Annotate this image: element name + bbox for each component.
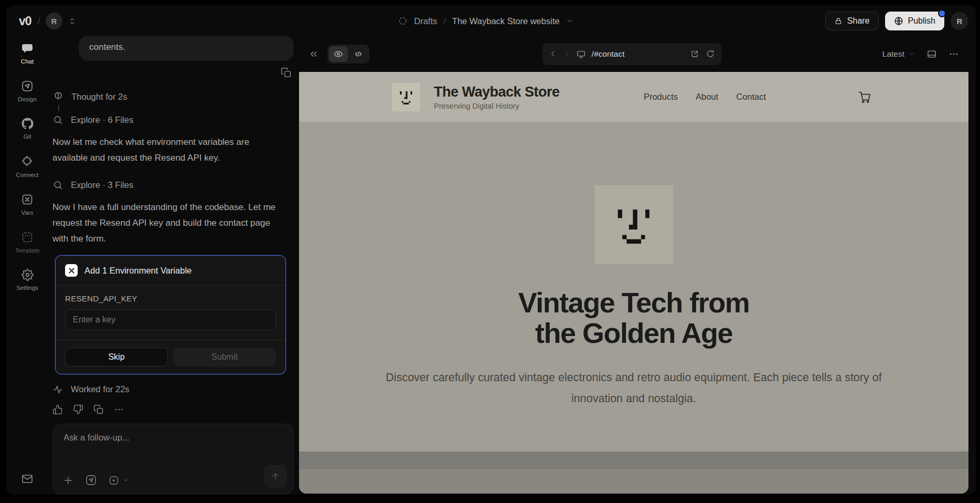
- rail-label: Connect: [16, 172, 39, 178]
- version-selector[interactable]: Latest: [882, 49, 915, 59]
- hero-logo: [594, 185, 673, 264]
- eye-icon: [334, 49, 343, 59]
- thumbs-up-icon[interactable]: [52, 404, 63, 415]
- chat-bubble-icon: [21, 42, 34, 55]
- preview-eye-tab[interactable]: [329, 46, 348, 62]
- thought-step[interactable]: Thought for 2s: [52, 90, 294, 103]
- assistant-paragraph: Now I have a full understanding of the c…: [52, 200, 286, 247]
- user-message-text: contents.: [89, 42, 125, 52]
- workspace-avatar[interactable]: R: [46, 13, 62, 29]
- preview-panel: /#contact Latest: [299, 36, 968, 494]
- chevron-down-icon[interactable]: [566, 17, 574, 25]
- rail-label: Design: [18, 96, 37, 102]
- topbar-slash: /: [38, 15, 40, 27]
- device-monitor-icon[interactable]: [577, 49, 586, 59]
- chevron-down-icon: [122, 477, 129, 484]
- attach-plus-icon[interactable]: [62, 475, 74, 486]
- feedback-mail-button[interactable]: [6, 473, 48, 485]
- submit-button[interactable]: Submit: [173, 348, 276, 366]
- assistant-paragraph: Now let me check what environment variab…: [52, 134, 286, 166]
- topbar: v0 / R Drafts / The Wayback Store websit…: [6, 5, 976, 37]
- topbar-actions: Share Publish R: [825, 12, 968, 30]
- model-selector[interactable]: [108, 475, 129, 486]
- code-tab[interactable]: [349, 46, 368, 62]
- env-dialog-footer: Skip Submit: [56, 340, 285, 374]
- publish-button[interactable]: Publish: [885, 12, 944, 30]
- worked-step[interactable]: Worked for 22s: [52, 383, 294, 395]
- rail-item-template[interactable]: Template: [6, 231, 48, 254]
- globe-icon: [894, 16, 903, 26]
- explore-step-2[interactable]: Explore · 3 Files: [52, 179, 294, 191]
- env-dialog-header: Add 1 Environment Variable: [56, 256, 285, 285]
- pixel-face-icon: [606, 197, 661, 252]
- layout-panel-icon[interactable]: [926, 49, 937, 59]
- user-avatar[interactable]: R: [951, 12, 968, 30]
- copy-icon[interactable]: [93, 404, 104, 415]
- code-icon: [354, 49, 363, 59]
- hero-paragraph: Discover carefully curated vintage elect…: [382, 367, 886, 409]
- composer: [52, 424, 294, 494]
- skip-button[interactable]: Skip: [65, 348, 168, 366]
- workspace-switcher-icon[interactable]: [68, 17, 77, 26]
- env-variable-dialog: Add 1 Environment Variable RESEND_API_KE…: [55, 255, 286, 374]
- breadcrumb-project[interactable]: The Wayback Store website: [452, 16, 560, 26]
- site-footer: [299, 452, 968, 494]
- breadcrumb-separator: /: [443, 16, 446, 26]
- open-external-icon[interactable]: [690, 49, 699, 58]
- hero-section: Vintage Tech from the Golden Age Discove…: [299, 185, 968, 409]
- forward-icon[interactable]: [563, 50, 571, 58]
- site-tagline: Preserving Digital History: [434, 102, 560, 110]
- site-name[interactable]: The Wayback Store: [434, 84, 560, 100]
- brain-icon: [52, 91, 64, 102]
- hero-title-line1: Vintage Tech from: [518, 287, 750, 318]
- publish-notification-dot: [938, 9, 946, 17]
- followup-input[interactable]: [62, 432, 284, 460]
- more-options-icon[interactable]: [114, 404, 124, 415]
- nav-about[interactable]: About: [696, 92, 718, 102]
- worked-label: Worked for 22s: [71, 384, 130, 394]
- back-icon[interactable]: [549, 50, 557, 58]
- rail-label: Template: [15, 247, 40, 254]
- more-options-icon[interactable]: [949, 49, 959, 59]
- breadcrumb: Drafts / The Wayback Store website: [398, 16, 573, 26]
- design-icon: [21, 80, 34, 92]
- rail-item-vars[interactable]: Vars: [6, 193, 48, 216]
- send-button[interactable]: [264, 465, 286, 487]
- thumbs-down-icon[interactable]: [73, 404, 83, 415]
- rail-label: Chat: [21, 58, 34, 65]
- copy-icon[interactable]: [281, 67, 292, 80]
- refresh-icon[interactable]: [706, 49, 715, 58]
- nav-contact[interactable]: Contact: [736, 92, 766, 102]
- github-icon: [22, 118, 34, 130]
- rail-item-connect[interactable]: Connect: [6, 155, 48, 178]
- nav-products[interactable]: Products: [644, 92, 678, 102]
- step-connector: [58, 105, 59, 111]
- rail-item-git[interactable]: Git: [6, 118, 48, 140]
- rail-item-design[interactable]: Design: [6, 80, 48, 102]
- url-path[interactable]: /#contact: [592, 49, 625, 59]
- site-logo[interactable]: [392, 83, 420, 111]
- design-mode-icon[interactable]: [85, 474, 97, 486]
- preview-toolbar: /#contact Latest: [299, 36, 968, 72]
- hero-title-line2: the Golden Age: [535, 317, 732, 349]
- site-header: The Wayback Store Preserving Digital His…: [299, 72, 968, 122]
- rail-item-settings[interactable]: Settings: [6, 269, 48, 291]
- view-mode-switch: [327, 45, 369, 64]
- rail-item-chat[interactable]: Chat: [6, 42, 48, 65]
- arrow-up-icon: [270, 471, 281, 481]
- env-key-input[interactable]: [65, 309, 276, 330]
- user-message-bubble: contents.: [79, 36, 294, 61]
- share-button[interactable]: Share: [825, 12, 879, 30]
- site-title-block: The Wayback Store Preserving Digital His…: [434, 84, 560, 110]
- dashed-box-icon: [21, 231, 34, 244]
- footer-band-dark: [299, 452, 968, 469]
- env-dialog-title: Add 1 Environment Variable: [84, 266, 191, 276]
- cart-icon[interactable]: [858, 90, 871, 104]
- breadcrumb-drafts[interactable]: Drafts: [414, 16, 437, 26]
- pixel-face-icon: [396, 87, 417, 108]
- collapse-panel-icon[interactable]: [308, 49, 319, 59]
- share-label: Share: [847, 16, 870, 26]
- explore-step-1[interactable]: Explore · 6 Files: [52, 113, 294, 126]
- mail-icon: [21, 473, 34, 485]
- v0-logo[interactable]: v0: [19, 14, 31, 28]
